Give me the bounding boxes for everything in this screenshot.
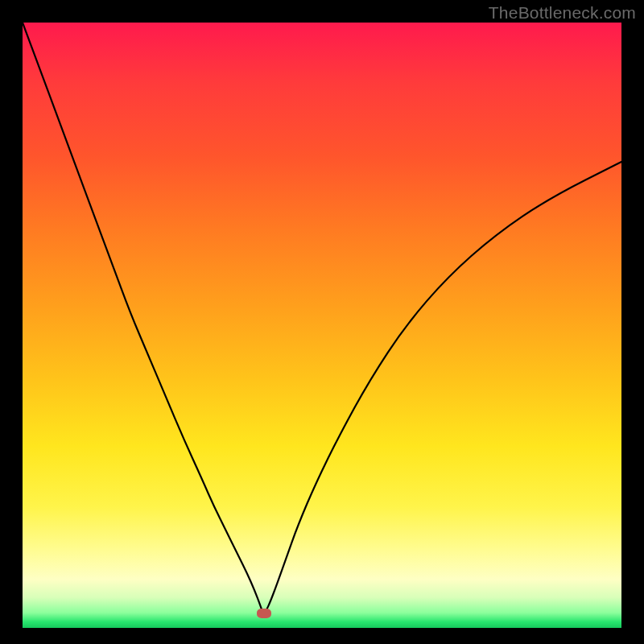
chart-frame: TheBottleneck.com	[0, 0, 644, 644]
minimum-marker	[257, 609, 271, 618]
curve-layer	[23, 23, 621, 628]
plot-area	[23, 23, 621, 628]
bottleneck-curve	[23, 23, 621, 613]
watermark-label: TheBottleneck.com	[489, 3, 636, 23]
